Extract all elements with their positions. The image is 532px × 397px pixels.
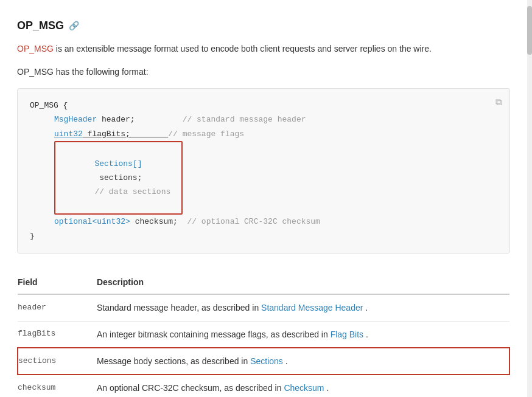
field-header: header <box>18 294 97 321</box>
description-2: OP_MSG has the following format: <box>17 65 510 78</box>
code-line-5: optional<uint32> checksum; // optional C… <box>30 215 497 229</box>
table-header-row: Field Description <box>18 271 509 294</box>
desc-flagbits: An integer bitmask containing message fl… <box>97 321 509 348</box>
code-comment-3: // message flags <box>168 127 244 141</box>
link-checksum[interactable]: Checksum <box>284 383 324 393</box>
table-row-checksum: checksum An optional CRC-32C checksum, a… <box>18 375 509 397</box>
col-field: Field <box>18 271 97 294</box>
link-sections[interactable]: Sections <box>250 356 283 366</box>
desc-sections-suffix: . <box>285 356 288 366</box>
code-type-2: MsgHeader <box>54 112 97 126</box>
link-standard-message-header[interactable]: Standard Message Header <box>261 303 363 312</box>
field-checksum: checksum <box>18 375 97 397</box>
field-sections: sections <box>18 348 97 375</box>
desc-checksum: An optional CRC-32C checksum, as describ… <box>97 375 509 397</box>
code-indent-4 <box>30 141 54 215</box>
scrollbar[interactable] <box>527 0 532 397</box>
page-title: OP_MSG 🔗 <box>17 17 510 35</box>
desc-header: Standard message header, as described in… <box>97 294 509 321</box>
code-type-3: uint32 <box>54 127 83 141</box>
code-close: } <box>30 229 35 243</box>
code-comment-4: // data sections <box>94 187 170 196</box>
table-row-header: header Standard message header, as descr… <box>18 294 509 321</box>
code-opmsg: OP_MSG { <box>30 98 68 112</box>
code-name-4: sections; <box>94 173 180 182</box>
code-name-2: header; <box>97 112 182 126</box>
desc-checksum-plain: An optional CRC-32C checksum, as describ… <box>97 383 284 393</box>
desc1-text: is an extensible message format used to … <box>56 44 432 54</box>
code-name-5: checksum; <box>130 215 187 229</box>
anchor-icon[interactable]: 🔗 <box>69 19 79 32</box>
desc-header-suffix: . <box>365 303 368 312</box>
opmsg-highlight-2: OP_MSG <box>17 67 54 77</box>
desc-sections: Message body sections, as described in S… <box>97 348 509 375</box>
desc-flagbits-suffix: . <box>366 330 368 339</box>
copy-icon[interactable]: ⧉ <box>495 95 502 111</box>
code-line-4: Sections[] sections; // data sections <box>30 141 497 215</box>
code-highlighted-4: Sections[] sections; // data sections <box>54 141 183 215</box>
code-type-5: optional<uint32> <box>54 215 130 229</box>
desc-header-plain: Standard message header, as described in <box>97 303 261 312</box>
description-1: OP_MSG is an extensible message format u… <box>17 42 510 57</box>
code-line-2: MsgHeader header; // standard message he… <box>30 112 497 126</box>
code-comment-5: // optional CRC-32C checksum <box>187 215 320 229</box>
table-row-flagbits: flagBits An integer bitmask containing m… <box>18 321 509 348</box>
desc-sections-plain: Message body sections, as described in <box>97 356 250 366</box>
desc2-suffix: has the following format: <box>54 67 149 77</box>
desc-flagbits-plain: An integer bitmask containing message fl… <box>97 330 331 339</box>
code-line-6: } <box>30 229 497 243</box>
opmsg-highlight-1: OP_MSG <box>17 44 54 54</box>
code-line-3: uint32 flagBits; // message flags <box>30 127 497 141</box>
page-wrapper: OP_MSG 🔗 OP_MSG is an extensible message… <box>0 0 532 397</box>
code-indent-2 <box>30 112 54 126</box>
col-description: Description <box>97 271 509 294</box>
code-line-1: OP_MSG { <box>30 98 497 112</box>
code-indent-5 <box>30 215 54 229</box>
scrollbar-thumb <box>527 6 532 55</box>
field-flagbits: flagBits <box>18 321 97 348</box>
code-block: ⧉ OP_MSG { MsgHeader header; // standard… <box>17 88 510 254</box>
code-name-3: flagBits; <box>83 127 168 141</box>
code-indent-3 <box>30 127 54 141</box>
code-type-4: Sections[] <box>94 159 142 168</box>
table-row-sections: sections Message body sections, as descr… <box>18 348 509 375</box>
desc-checksum-suffix: . <box>326 383 329 393</box>
code-comment-2: // standard message header <box>183 112 306 126</box>
fields-table: Field Description header Standard messag… <box>17 271 510 397</box>
title-text: OP_MSG <box>17 17 64 35</box>
link-flag-bits[interactable]: Flag Bits <box>331 330 363 339</box>
